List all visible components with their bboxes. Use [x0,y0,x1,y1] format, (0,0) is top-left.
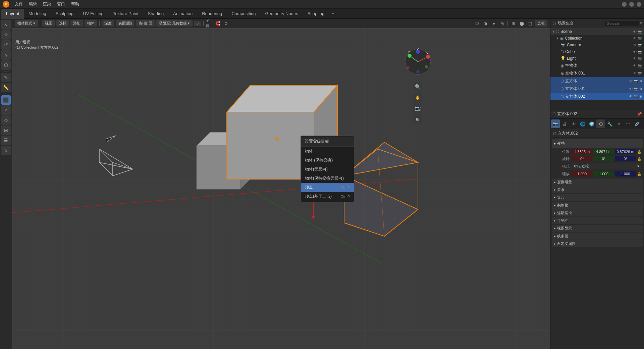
viewport[interactable]: 物体模式 ▾ 视图 选择 添加 物体 深度 表面(面) 表(曲)面 吸附至: 几… [12,19,550,349]
viewport-shading-solid[interactable]: ◑ [482,20,489,27]
ctx-item-5[interactable]: 顶点(基于三点) Ctrl P [301,192,354,201]
viewport-right-tools[interactable]: 🔍 [413,82,422,91]
outliner-empty-2[interactable]: ◉ 空物体.001 👁 📷 [550,69,644,77]
camera-render-icon[interactable]: 📷 [638,43,642,47]
outliner-cube-2[interactable]: ⬡ 立方体.001 👁 📷 ⊕ [550,85,644,93]
empty1-vis-icon[interactable]: 👁 [633,64,637,67]
tool-extra[interactable]: ↗ [1,105,11,115]
rotation-x[interactable]: 0° [572,156,593,161]
outliner-scene[interactable]: ▾ ⬡ Scene 👁 📷 [550,28,644,35]
show-gizmos[interactable]: ⊞ [509,20,517,27]
select-menu[interactable]: 选择 [56,20,69,27]
global-local-toggle[interactable]: 全局 [206,20,213,27]
cube3-render-icon[interactable]: 📷 [634,95,638,98]
delta-header[interactable]: ▸ 变换增量 [552,179,643,186]
scene-render-icon[interactable]: 📷 [638,30,642,34]
props-tab-object[interactable]: ⬡ [596,119,605,128]
scene-vis-icon[interactable]: 👁 [633,30,637,34]
rotation-lock[interactable]: 🔒 [637,157,641,161]
add-workspace-button[interactable]: + [329,10,337,17]
empty1-render-icon[interactable]: 📷 [638,64,642,67]
empty2-vis-icon[interactable]: 👁 [633,71,637,75]
tab-shading[interactable]: Shading [143,9,169,19]
viewport-display-header[interactable]: ▸ 视图显示 [552,225,643,232]
outliner-collection[interactable]: ▾ ▣ Collection 👁 📷 [550,35,644,42]
custom-props-header[interactable]: ▸ 自定义属性 [552,240,643,247]
maximize-button[interactable] [629,2,634,7]
motion-paths-header[interactable]: ▸ 运动路径 [552,209,643,216]
ctx-item-1[interactable]: 物体 (保持变换) [301,156,354,165]
lineart-header[interactable]: ▸ 线条画 [552,233,643,240]
outliner-search[interactable] [605,21,639,26]
viewport-3d[interactable]: X Y Z 🔍 [12,28,550,349]
menu-window[interactable]: 窗口 [54,1,68,8]
viewport-right-tools-2[interactable]: ✋ [413,93,422,102]
props-tab-scene[interactable]: 🌐 [578,119,587,128]
tool-extra4[interactable]: ☰ [1,136,11,145]
tab-geometry-nodes[interactable]: Geometry Nodes [260,9,303,19]
tab-texture-paint[interactable]: Texture Paint [108,9,143,19]
outliner-camera[interactable]: 📷 Camera 👁 📷 [550,42,644,48]
tool-measure[interactable]: 📏 [1,83,11,92]
options-btn[interactable]: 选项 [535,20,547,27]
outliner-light[interactable]: 💡 Light 👁 📷 [550,55,644,62]
tab-modeling[interactable]: Modeling [24,9,51,19]
tool-move[interactable]: ✥ [1,30,11,40]
tab-sculpting[interactable]: Sculpting [51,9,78,19]
show-overlays[interactable]: ⬤ [518,20,525,27]
instancing-header[interactable]: ▸ 实例化 [552,202,643,209]
collection-vis-icon[interactable]: 👁 [633,37,637,40]
ctx-item-3[interactable]: 物体(保持变换无反向) [301,174,354,183]
menu-render[interactable]: 渲染 [40,1,54,8]
outliner-filter-icon[interactable]: ▾ [640,21,642,26]
camera-vis-icon[interactable]: 👁 [633,43,637,47]
transform-header[interactable]: ▾ 变换 [552,139,643,148]
rotation-z[interactable]: 0° [615,156,636,161]
props-tab-output[interactable]: 🖨 [560,119,569,128]
object-menu[interactable]: 物体 [85,20,97,27]
cube2-render-icon[interactable]: 📷 [634,87,638,91]
tool-annotate[interactable]: ✎ [1,73,11,82]
props-tab-view[interactable]: 👁 [569,119,578,128]
close-button[interactable] [637,2,641,7]
cube1-modifier-icon[interactable]: ⊕ [639,79,642,83]
xray-toggle[interactable]: ◫ [526,20,534,27]
snap-toggle[interactable]: 🧲 [214,20,221,27]
menu-help[interactable]: 帮助 [68,1,82,8]
props-tab-world[interactable]: 🌍 [587,119,596,128]
scale-z[interactable]: 1.000 [615,171,636,177]
cube2-modifier-icon[interactable]: ⊕ [639,87,642,91]
cube1-render-icon[interactable]: 📷 [634,79,638,83]
visibility-header[interactable]: ▸ 可见性 [552,217,643,224]
scale-lock[interactable]: 🔒 [637,172,641,176]
location-y[interactable]: 4.8971 m [593,149,614,154]
props-pin-icon[interactable]: 📌 [637,112,642,116]
menu-file[interactable]: 文件 [12,1,25,8]
tool-transform[interactable]: ⬡ [1,60,11,70]
ctx-item-2[interactable]: 物体(无反向) [301,165,354,174]
light-render-icon[interactable]: 📷 [638,57,642,60]
cube-vis-icon[interactable]: 👁 [633,50,637,54]
viewport-right-tools-3[interactable]: 📷 [413,103,422,113]
tool-extra5[interactable]: ☆ [1,146,11,155]
viewport-shading-render[interactable]: ◎ [498,20,506,27]
tool-active[interactable]: ⬛ [1,95,11,105]
rotation-mode-select[interactable]: XYZ 欧拉 ▾ [572,163,641,169]
cube-render-icon[interactable]: 📷 [638,50,642,54]
outliner-empty-1[interactable]: ◉ 空物体 👁 📷 [550,62,644,69]
props-tab-physics[interactable]: 〰 [624,119,632,128]
rotation-y[interactable]: 0° [593,156,614,161]
outliner-cube[interactable]: ⬡ Cube 👁 📷 [550,48,644,55]
props-tab-particles[interactable]: ✦ [614,119,623,128]
tab-layout[interactable]: Layout [1,9,24,19]
relations-header[interactable]: ▸ 关系 [552,186,643,193]
tool-extra3[interactable]: ⊞ [1,126,11,135]
props-tab-render[interactable]: 📷 [551,119,560,128]
ctx-item-4[interactable]: 顶点 Ctrl P [301,183,354,192]
menu-edit[interactable]: 编辑 [26,1,40,8]
viewport-shading-material[interactable]: ● [490,20,497,27]
collections-header[interactable]: ▸ 集合 [552,194,643,201]
view-menu[interactable]: 视图 [42,20,55,27]
tool-rotate[interactable]: ↺ [1,40,11,50]
add-menu[interactable]: 添加 [70,20,83,27]
